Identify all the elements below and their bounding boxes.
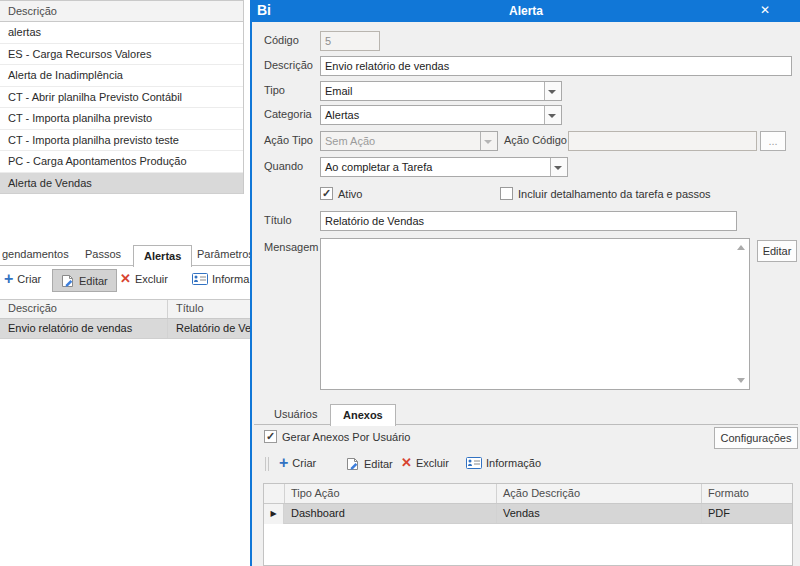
codigo-label: Código: [264, 34, 299, 46]
cell-acao-descricao: Vendas: [503, 507, 540, 519]
info-card-icon: [192, 273, 208, 285]
dialog-tab-strip: Usuários Anexos: [254, 404, 798, 425]
informacao-label: Informa: [212, 273, 249, 285]
dropdown-button[interactable]: [544, 106, 561, 124]
tipo-value: Email: [325, 85, 353, 97]
tab-anexos[interactable]: Anexos: [330, 404, 396, 426]
column-divider: [701, 484, 702, 503]
pencil-page-icon: [61, 274, 75, 288]
close-icon[interactable]: ✕: [754, 3, 776, 17]
list-item-selected[interactable]: Alerta de Vendas: [0, 173, 243, 195]
quando-label: Quando: [264, 160, 303, 172]
criar-button[interactable]: + Criar: [4, 273, 41, 285]
column-header-formato[interactable]: Formato: [708, 487, 749, 499]
cell-titulo: Relatório de Vend: [176, 322, 250, 334]
mensagem-label: Mensagem: [264, 241, 318, 253]
pencil-page-icon: [346, 457, 360, 471]
dropdown-button: [480, 132, 497, 150]
checkbox-checked-icon[interactable]: ✓: [320, 187, 333, 200]
incluir-detalhamento-label: Incluir detalhamento da tarefa e passos: [518, 188, 711, 200]
plus-icon: +: [4, 273, 13, 285]
tab-passos[interactable]: Passos: [85, 248, 121, 260]
anexos-table-row-selected[interactable]: ▶ Dashboard Vendas PDF: [264, 504, 792, 524]
scroll-up-icon[interactable]: [737, 245, 745, 250]
dialog-titlebar[interactable]: Bi Alerta ✕: [252, 0, 800, 22]
column-divider: [284, 484, 285, 503]
delete-x-icon: ✕: [401, 457, 412, 469]
chevron-down-icon: [484, 140, 492, 144]
mensagem-textarea[interactable]: [320, 238, 750, 390]
configuracoes-button[interactable]: Configurações: [714, 427, 798, 449]
scroll-down-icon[interactable]: [737, 378, 745, 383]
alert-description-list: Descrição alertas ES - Carga Recursos Va…: [0, 0, 244, 194]
dropdown-button[interactable]: [544, 82, 561, 100]
excluir-button[interactable]: ✕ Excluir: [120, 273, 168, 285]
gerar-anexos-label: Gerar Anexos Por Usuário: [282, 431, 410, 443]
info-card-icon: [466, 457, 482, 469]
left-table-header: Descrição Título: [0, 299, 250, 319]
quando-value: Ao completar a Tarefa: [325, 161, 432, 173]
ativo-checkbox[interactable]: ✓ Ativo: [320, 187, 362, 200]
editar-button-pressed[interactable]: Editar: [52, 269, 117, 292]
column-divider: [167, 319, 168, 338]
left-tab-strip: gendamentos Passos Alertas Parâmetros: [0, 245, 250, 266]
categoria-dropdown[interactable]: Alertas: [320, 105, 562, 125]
column-header-titulo[interactable]: Título: [176, 302, 204, 314]
dialog-title: Alerta: [252, 4, 800, 18]
titulo-field[interactable]: [320, 211, 737, 231]
criar-label: Criar: [17, 273, 41, 285]
row-pointer-icon: ▶: [264, 504, 284, 524]
codigo-field: [320, 31, 380, 51]
descricao-label: Descrição: [264, 59, 313, 71]
toolbar-grip[interactable]: [265, 457, 269, 471]
ativo-label: Ativo: [338, 188, 362, 200]
alerta-dialog: Bi Alerta ✕ Código Descrição Tipo Email …: [250, 0, 800, 566]
descricao-field[interactable]: [320, 56, 792, 76]
checkbox-checked-icon[interactable]: ✓: [264, 430, 277, 443]
cell-descricao: Envio relatório de vendas: [8, 322, 132, 334]
list-column-header[interactable]: Descrição: [0, 0, 243, 22]
quando-dropdown[interactable]: Ao completar a Tarefa: [320, 157, 568, 177]
anexos-table: Tipo Ação Ação Descrição Formato ▶ Dashb…: [263, 483, 793, 566]
anexo-excluir-button[interactable]: ✕ Excluir: [401, 457, 449, 469]
anexo-informacao-button[interactable]: Informação: [466, 457, 541, 469]
column-divider: [701, 504, 702, 523]
chevron-down-icon: [548, 114, 556, 118]
column-divider: [167, 300, 168, 318]
dropdown-button[interactable]: [550, 158, 567, 176]
list-item[interactable]: CT - Importa planilha previsto: [0, 108, 243, 130]
column-header-descricao[interactable]: Descrição: [8, 302, 57, 314]
column-header-tipo-acao[interactable]: Tipo Ação: [291, 487, 340, 499]
mensagem-editar-button[interactable]: Editar: [757, 240, 797, 262]
list-item[interactable]: PC - Carga Apontamentos Produção: [0, 151, 243, 173]
tipo-dropdown[interactable]: Email: [320, 81, 562, 101]
gerar-anexos-checkbox[interactable]: ✓ Gerar Anexos Por Usuário: [264, 430, 410, 443]
acao-codigo-label: Ação Código: [504, 134, 567, 146]
tab-agendamentos[interactable]: gendamentos: [2, 248, 69, 260]
titulo-label: Título: [264, 214, 292, 226]
column-header-acao-descricao[interactable]: Ação Descrição: [503, 487, 580, 499]
list-item[interactable]: Alerta de Inadimplência: [0, 65, 243, 87]
chevron-down-icon: [554, 166, 562, 170]
column-divider: [496, 484, 497, 503]
checkbox-unchecked-icon[interactable]: [500, 187, 513, 200]
table-row-selected[interactable]: Envio relatório de vendas Relatório de V…: [0, 319, 250, 339]
anexo-editar-button[interactable]: Editar: [346, 457, 393, 471]
acao-codigo-browse-button[interactable]: ...: [760, 131, 786, 151]
acao-codigo-field: [568, 131, 757, 151]
tab-parametros[interactable]: Parâmetros: [197, 248, 250, 260]
tab-alertas[interactable]: Alertas: [133, 245, 192, 267]
list-item[interactable]: CT - Importa planilha previsto teste: [0, 130, 243, 152]
excluir-label: Excluir: [416, 457, 449, 469]
anexo-criar-button[interactable]: + Criar: [279, 457, 316, 469]
tab-usuarios[interactable]: Usuários: [274, 408, 317, 420]
informacao-button[interactable]: Informa: [192, 273, 249, 285]
list-item[interactable]: CT - Abrir planilha Previsto Contábil: [0, 87, 243, 109]
criar-label: Criar: [292, 457, 316, 469]
list-item[interactable]: ES - Carga Recursos Valores: [0, 44, 243, 66]
column-divider: [496, 504, 497, 523]
excluir-label: Excluir: [135, 273, 168, 285]
incluir-detalhamento-checkbox[interactable]: Incluir detalhamento da tarefa e passos: [500, 187, 711, 200]
plus-icon: +: [279, 457, 288, 469]
list-item[interactable]: alertas: [0, 22, 243, 44]
